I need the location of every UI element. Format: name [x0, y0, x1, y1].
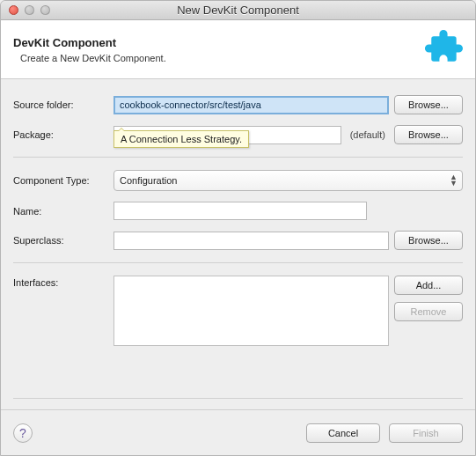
- titlebar: New DevKit Component: [1, 1, 475, 20]
- footer-buttons: Cancel Finish: [306, 423, 463, 443]
- page-subtitle: Create a New DevKit Component.: [13, 53, 166, 63]
- dialog-window: New DevKit Component DevKit Component Cr…: [0, 0, 476, 456]
- traffic-lights: [1, 5, 50, 15]
- tooltip-text: A Connection Less Strategy.: [121, 134, 242, 144]
- window-title: New DevKit Component: [1, 4, 475, 17]
- help-icon[interactable]: ?: [13, 423, 33, 443]
- close-icon[interactable]: [9, 5, 18, 15]
- source-folder-label: Source folder:: [13, 99, 108, 110]
- superclass-label: Superclass:: [13, 235, 108, 246]
- interfaces-buttons: Add... Remove: [394, 276, 463, 321]
- puzzle-icon: [424, 29, 463, 70]
- header-text: DevKit Component Create a New DevKit Com…: [13, 36, 166, 63]
- package-browse-button[interactable]: Browse...: [394, 125, 463, 144]
- name-input[interactable]: [114, 202, 367, 220]
- page-title: DevKit Component: [13, 36, 166, 49]
- interfaces-label: Interfaces:: [13, 276, 108, 288]
- superclass-input[interactable]: [114, 232, 389, 250]
- component-type-select-wrap: Configuration ▲▼: [114, 170, 463, 191]
- cancel-button[interactable]: Cancel: [306, 423, 380, 443]
- name-row: Name:: [13, 202, 463, 220]
- interfaces-row: Interfaces: Add... Remove: [13, 276, 463, 386]
- name-label: Name:: [13, 206, 108, 217]
- interfaces-remove-button: Remove: [394, 302, 463, 321]
- package-label: Package:: [13, 129, 108, 140]
- minimize-icon: [25, 5, 34, 15]
- superclass-row: Superclass: Browse...: [13, 231, 463, 250]
- interfaces-add-button[interactable]: Add...: [394, 276, 463, 295]
- separator-3: [13, 398, 463, 399]
- component-type-label: Component Type:: [13, 175, 108, 186]
- component-type-select[interactable]: Configuration: [114, 170, 463, 191]
- source-folder-row: Source folder: Browse...: [13, 95, 463, 114]
- finish-button: Finish: [389, 423, 463, 443]
- superclass-browse-button[interactable]: Browse...: [394, 231, 463, 250]
- component-type-row: Component Type: Configuration ▲▼: [13, 170, 463, 191]
- dialog-footer: ? Cancel Finish: [1, 409, 475, 455]
- interfaces-listbox[interactable]: [114, 276, 389, 346]
- package-default-text: (default): [350, 129, 385, 140]
- dialog-header: DevKit Component Create a New DevKit Com…: [1, 20, 475, 79]
- form-area: Source folder: Browse... Package: (defau…: [1, 79, 475, 409]
- maximize-icon: [40, 5, 50, 15]
- separator-2: [13, 262, 463, 263]
- source-folder-input[interactable]: [114, 96, 389, 114]
- separator: [13, 157, 463, 158]
- source-folder-browse-button[interactable]: Browse...: [394, 95, 463, 114]
- tooltip: A Connection Less Strategy.: [114, 130, 249, 148]
